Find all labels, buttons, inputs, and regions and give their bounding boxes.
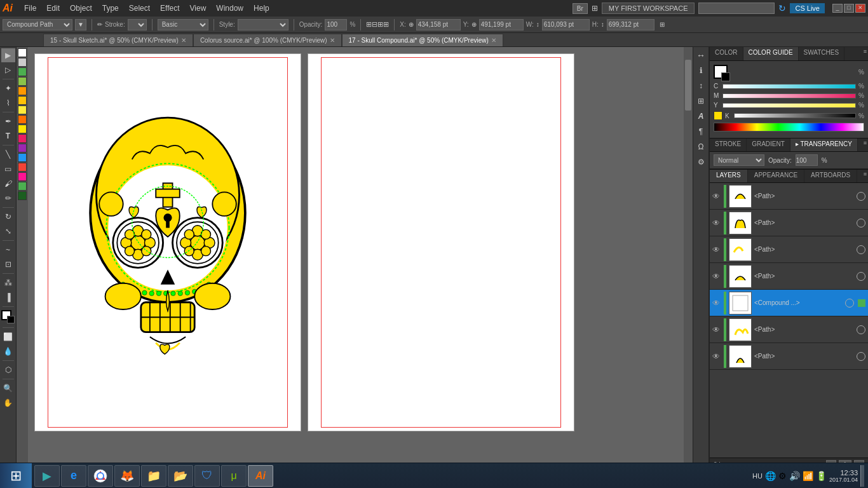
tab-skull-sketch[interactable]: 15 - Skull Sketch.ai* @ 50% (CMYK/Previe… — [43, 34, 193, 46]
vertical-scrollbar[interactable] — [684, 47, 693, 463]
art-settings-tool[interactable]: ⚙ — [694, 155, 708, 169]
visibility-icon[interactable]: 👁 — [712, 192, 721, 201]
visibility-icon[interactable]: 👁 — [712, 272, 721, 281]
menu-help[interactable]: Help — [248, 4, 275, 13]
menu-window[interactable]: Window — [211, 4, 248, 13]
swatch-white[interactable] — [18, 48, 27, 57]
swatch-blue[interactable] — [18, 153, 27, 162]
bridge-button[interactable]: Br — [573, 3, 588, 14]
menu-view[interactable]: View — [185, 4, 212, 13]
taskbar-chrome[interactable] — [88, 465, 113, 487]
close-tab-1[interactable]: ✕ — [181, 37, 186, 44]
layer-target-circle[interactable] — [857, 325, 865, 334]
layer-target-circle[interactable] — [857, 352, 865, 361]
x-input[interactable] — [416, 19, 461, 30]
object-type-select[interactable]: Compound Path — [3, 19, 72, 30]
layer-row[interactable]: 👁 <Path> — [710, 183, 868, 210]
start-button[interactable]: ⊞ — [0, 463, 32, 489]
fill-stroke-colors[interactable] — [1, 310, 15, 324]
layer-lock-icon[interactable] — [858, 299, 865, 307]
art-info-tool[interactable]: ℹ — [694, 64, 708, 78]
artboard-select-tool[interactable]: ↔ — [694, 48, 708, 62]
layer-row[interactable]: 👁 <Path> — [710, 236, 868, 263]
workspace-button[interactable]: MY FIRST WORKSPACE — [602, 3, 695, 14]
visibility-icon[interactable]: 👁 — [712, 352, 721, 361]
swatch-yellow1[interactable] — [18, 96, 27, 105]
tab-transparency[interactable]: ▸ TRANSPARENCY — [790, 139, 858, 151]
column-graph-tool[interactable]: ▐ — [1, 290, 15, 304]
free-transform-tool[interactable]: ⊡ — [1, 257, 15, 271]
close-tab-2[interactable]: ✕ — [330, 37, 335, 44]
tab-gradient[interactable]: GRADIENT — [747, 139, 790, 151]
swatch-orange1[interactable] — [18, 86, 27, 95]
zoom-tool[interactable]: 🔍 — [1, 381, 15, 395]
select-arrow-button[interactable]: ▼ — [75, 19, 86, 30]
hand-tool[interactable]: ✋ — [1, 396, 15, 410]
m-slider[interactable] — [722, 93, 856, 98]
w-input[interactable] — [542, 19, 590, 30]
color-spectrum-bar[interactable] — [714, 123, 864, 132]
opacity-input[interactable] — [325, 19, 347, 30]
art-zoom-tool[interactable]: ⊞ — [694, 94, 708, 108]
stroke-style-select[interactable]: Basic — [158, 19, 208, 30]
layer-target-circle[interactable] — [857, 272, 865, 281]
selection-tool[interactable]: ▶ — [1, 48, 15, 62]
swatch-orange2[interactable] — [18, 115, 27, 124]
style-select[interactable] — [238, 19, 288, 30]
taskbar-folder2[interactable]: 📂 — [168, 465, 193, 487]
fill-color-box[interactable] — [714, 65, 728, 79]
line-tool[interactable]: ╲ — [1, 147, 15, 161]
show-desktop-btn[interactable] — [860, 465, 864, 487]
scale-tool[interactable]: ⤡ — [1, 224, 15, 238]
visibility-icon[interactable]: 👁 — [712, 219, 721, 227]
swatch-green1[interactable] — [18, 67, 27, 76]
swatch-red[interactable] — [18, 163, 27, 172]
layer-row-compound[interactable]: 👁 <Compound ...> — [710, 290, 868, 316]
y-slider[interactable] — [722, 103, 856, 108]
warp-tool[interactable]: ~ — [1, 243, 15, 257]
direct-selection-tool[interactable]: ▷ — [1, 63, 15, 77]
tab-artboards[interactable]: ARTBOARDS — [804, 170, 857, 182]
menu-edit[interactable]: Edit — [41, 4, 65, 13]
taskbar-utorrent[interactable]: μ — [221, 465, 247, 487]
layer-target-circle[interactable] — [857, 219, 865, 227]
taskbar-ie[interactable]: e — [61, 465, 86, 487]
layer-row[interactable]: 👁 <Path> — [710, 343, 868, 370]
type-tool[interactable]: T — [1, 129, 15, 143]
secondary-collapse[interactable]: ≡ — [862, 139, 868, 151]
eyedropper-tool[interactable]: 💧 — [1, 344, 15, 358]
menu-file[interactable]: File — [19, 4, 41, 13]
tab-layers[interactable]: LAYERS — [710, 170, 748, 182]
taskbar-firefox[interactable]: 🦊 — [114, 465, 140, 487]
swatch-purple[interactable] — [18, 144, 27, 152]
gradient-tool[interactable]: ⬜ — [1, 330, 15, 344]
swatch-darkgreen[interactable] — [18, 191, 27, 200]
layer-row[interactable]: 👁 <Path> — [710, 316, 868, 343]
menu-type[interactable]: Type — [97, 4, 124, 13]
search-input[interactable] — [698, 3, 775, 14]
maximize-button[interactable]: □ — [844, 4, 854, 13]
layer-row[interactable]: 👁 <Path> — [710, 210, 868, 236]
panel-collapse[interactable]: ≡ — [862, 47, 868, 60]
swatch-green2[interactable] — [18, 77, 27, 86]
paintbrush-tool[interactable]: 🖌 — [1, 177, 15, 191]
tab-stroke[interactable]: STROKE — [710, 139, 747, 151]
art-move-tool[interactable]: ↕ — [694, 79, 708, 93]
layers-collapse[interactable]: ≡ — [862, 170, 868, 182]
visibility-icon[interactable]: 👁 — [712, 299, 721, 308]
k-slider[interactable] — [734, 113, 856, 118]
visibility-icon[interactable]: 👁 — [712, 245, 721, 254]
pencil-tool[interactable]: ✏ — [1, 191, 15, 205]
layer-target-circle[interactable] — [857, 245, 865, 254]
h-input[interactable] — [607, 19, 654, 30]
close-button[interactable]: ✕ — [855, 4, 865, 13]
lasso-tool[interactable]: ⌇ — [1, 96, 15, 110]
art-type-tool[interactable]: A — [694, 109, 708, 123]
swatch-yellow3[interactable] — [18, 125, 27, 133]
menu-select[interactable]: Select — [124, 4, 155, 13]
swatch-deeppink[interactable] — [18, 172, 27, 181]
menu-effect[interactable]: Effect — [155, 4, 184, 13]
blend-tool[interactable]: ⬡ — [1, 363, 15, 377]
layer-row[interactable]: 👁 <Path> — [710, 263, 868, 290]
art-glyph-tool[interactable]: Ω — [694, 140, 708, 154]
